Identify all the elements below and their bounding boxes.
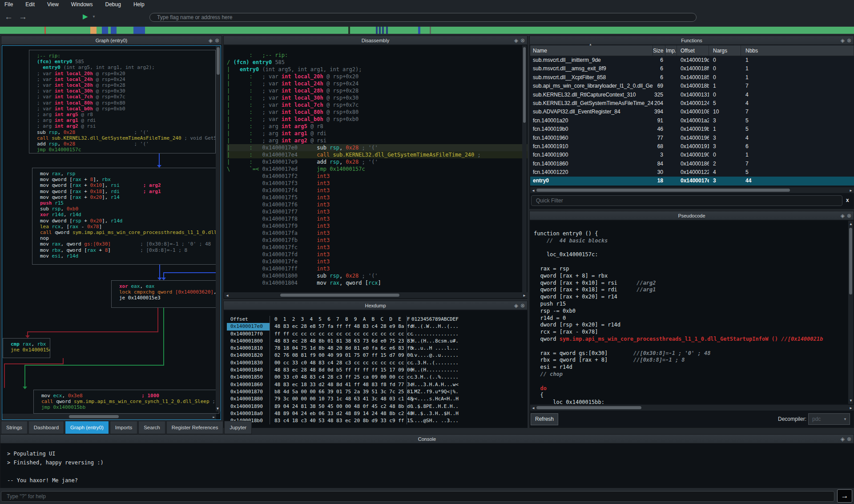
memory-map-segment[interactable] [133, 27, 145, 34]
function-row[interactable]: sub.msvcrt.dll__XcptFilter_85860x1400018… [530, 73, 854, 82]
undock-icon[interactable]: ◈ [841, 435, 845, 443]
code-line[interactable]: 0x1400017f9 int3 [227, 222, 528, 230]
hexdump-row[interactable]: 0x1400018b083 c4 18 c3 40 53 48 83 ec 20… [227, 417, 528, 424]
memory-map-segment[interactable] [379, 27, 381, 34]
code-line[interactable]: dword [rsp + 0x20] = r14d [534, 322, 849, 329]
code-line[interactable]: loc_0x1400015bb: [534, 399, 849, 404]
code-line[interactable]: rax = rsp [534, 266, 849, 273]
code-line[interactable]: qword sym.imp.api_ms_win_core_processthr… [534, 336, 849, 343]
code-line[interactable]: lock cmpxchg qword [0x140003620], rbx [119, 289, 217, 295]
code-line[interactable]: mov qword [rax + 8], rbx [40, 177, 219, 182]
graph-horizontal-scrollbar[interactable]: ► [2, 414, 216, 419]
code-line[interactable]: | : 0x1400017e0 sub rsp, 0x28 ; '(' [227, 144, 528, 151]
memory-map-bar[interactable] [0, 27, 854, 34]
close-icon[interactable]: ⊗ [520, 37, 525, 44]
code-line[interactable]: | : ; var int local_30h @ rsp+0x30 [227, 94, 528, 101]
graph-vertical-scrollbar[interactable]: ▼ [216, 46, 221, 411]
code-line[interactable]: // 44 basic blocks [534, 238, 849, 245]
menu-item-view[interactable]: View [47, 1, 59, 8]
hexdump-row[interactable]: 0x14000186048 83 ec 18 33 d2 48 8d 41 ff… [227, 381, 528, 388]
close-icon[interactable]: ⊗ [847, 435, 851, 443]
code-line[interactable]: qword [rax + 8] = rbx [534, 273, 849, 280]
code-line[interactable]: loc_0x14000157c: [534, 251, 849, 258]
graph-block[interactable]: xor eax, eaxlock cmpxchg qword [0x140003… [111, 280, 218, 308]
memory-map-segment[interactable] [382, 27, 384, 34]
disassembly-vertical-scrollbar[interactable] [522, 45, 527, 293]
code-line[interactable]: { [534, 392, 849, 399]
code-line[interactable]: | : ; arg int arg2 @ rsi [227, 137, 528, 144]
function-row[interactable]: fcn.140001220300x14000122045 [530, 168, 854, 177]
memory-map-segment[interactable] [44, 27, 46, 34]
code-line[interactable]: 0x1400017f5 int3 [227, 194, 528, 201]
pseudocode-view[interactable]: function entry0 () { // 44 basic blocks … [530, 221, 849, 404]
hexdump-panel-titlebar[interactable]: Hexdump ◈⊗ [224, 301, 527, 310]
function-row[interactable]: sub.KERNEL32.dll_RtlCaptureContext_31032… [530, 91, 854, 99]
close-icon[interactable]: ⊗ [847, 37, 851, 44]
code-line[interactable]: mov rax, rsp [40, 171, 219, 177]
memory-map-segment[interactable] [90, 27, 97, 34]
function-row[interactable]: fcn.140001860840x14000186027 [530, 160, 854, 168]
code-line[interactable]: call qword sym.imp.api_ms_win_core_proce… [40, 230, 219, 235]
hexdump-row[interactable]: 0x1400018a048 89 04 24 eb 06 33 d2 48 89… [227, 410, 528, 417]
undock-icon[interactable]: ◈ [841, 212, 845, 219]
menu-item-help[interactable]: Help [133, 1, 145, 8]
back-arrow-icon[interactable]: ← [4, 12, 13, 22]
memory-map-segment[interactable] [111, 27, 117, 34]
code-line[interactable]: mov rbx, qword [rax + 8] ; [0x8:8]=-1 ; … [40, 247, 219, 253]
function-row[interactable]: sub.msvcrt.dll__amsg_exit_8f960x1400018f… [530, 65, 854, 73]
menu-item-file[interactable]: File [4, 1, 13, 8]
hexdump-row[interactable]: 0x14000188079 3c 00 00 00 10 73 1c 48 63… [227, 395, 528, 403]
debug-play-icon[interactable]: ▶ [83, 12, 88, 20]
graph-block[interactable]: cmp rax, rbxjne 0x1400015d6 [3, 338, 50, 358]
code-line[interactable]: lea rcx, [rax - 0x78] [40, 224, 219, 230]
code-line[interactable] [534, 245, 849, 252]
code-line[interactable]: mov qword [rax + 0x18], rdi ; arg1 [40, 189, 219, 194]
code-line[interactable]: ; var int local_24h @ rsp+0x24 [37, 77, 215, 82]
tab-dashboard[interactable]: Dashboard [28, 421, 64, 434]
code-line[interactable]: | : ; var int local_24h @ rsp+0x24 [227, 80, 528, 87]
code-line[interactable]: 0x1400017fa int3 [227, 230, 528, 237]
code-line[interactable]: | : ; arg int arg5 @ r8 [227, 123, 528, 130]
code-line[interactable]: : ;-- rip: [227, 52, 528, 59]
code-line[interactable]: ; var int local_30h @ rsp+0x30 [37, 88, 215, 94]
code-line[interactable]: add rsp, 0x28 ; '(' [37, 141, 215, 147]
console-submit-button[interactable]: → [837, 489, 852, 503]
code-line[interactable]: | : ; var int local_80h @ rsp+0x80 [227, 109, 528, 116]
graph-block[interactable]: mov ecx, 0x3e8 ; 1000call qword sym.imp.… [33, 390, 219, 414]
code-line[interactable]: mov dword [rsp + 0x20], r14d [40, 218, 219, 224]
decompiler-select[interactable]: pdc ▼ [808, 413, 850, 425]
code-line[interactable]: | : ; var int local_7ch @ rsp+0x7c [227, 101, 528, 109]
code-line[interactable]: ; var int local_7ch @ rsp+0x7c [37, 94, 215, 100]
code-line[interactable]: | : 0x1400017e4 call sub.KERNEL32.dll_Ge… [227, 151, 528, 158]
hexdump-row[interactable]: 0x1400017f0ff ff cc cc cc cc cc cc cc cc… [227, 331, 528, 338]
disassembly-horizontal-scrollbar[interactable]: ◄ ► [224, 292, 528, 298]
code-line[interactable]: 0x1400017f8 int3 [227, 215, 528, 222]
memory-map-segment[interactable] [386, 27, 388, 34]
console-command-input[interactable] [1, 491, 834, 502]
functions-table-header[interactable]: Name Size Imp. Offset Nargs Nbbs [530, 45, 854, 56]
code-line[interactable]: | : 0x1400017e9 add rsp, 0x28 ; '(' [227, 158, 528, 165]
code-line[interactable]: ; var int local_20h @ rsp+0x20 [37, 71, 215, 77]
function-row[interactable]: fcn.14000190030x14000190001 [530, 151, 854, 159]
tab-imports[interactable]: Imports [110, 421, 137, 434]
code-line[interactable]: mov qword [rax + 0x20], r14 [40, 194, 219, 200]
code-line[interactable]: xor eax, eax [119, 283, 217, 289]
functions-horizontal-scrollbar[interactable]: ◄ ► [530, 187, 854, 193]
filter-clear-button[interactable]: x [846, 197, 849, 203]
code-line[interactable]: ; var int local_80h @ rsp+0x80 [37, 100, 215, 106]
code-line[interactable]: | : ; var int local_b0h @ rsp+0xb0 [227, 116, 528, 123]
hexdump-row[interactable]: 0x14000189089 04 24 81 38 50 45 00 00 48… [227, 403, 528, 410]
disassembly-view[interactable]: : ;-- rip:/ (fcn) entry0 585| entry0 (in… [224, 45, 528, 293]
code-line[interactable]: push r15 [534, 301, 849, 308]
hexdump-row[interactable]: 0x14000182002 76 08 81 f9 00 40 99 01 75… [227, 352, 528, 359]
code-line[interactable]: jmp 0x1400015bb [41, 404, 219, 410]
code-line[interactable]: ; arg int arg5 @ r8 [37, 112, 215, 117]
code-line[interactable]: 0x140001800 sub rsp, 0x28 ; '(' [227, 272, 528, 279]
code-line[interactable]: call sub.KERNEL32.dll_GetSystemTimeAsFil… [37, 135, 215, 141]
code-line[interactable]: mov qword [rax + 0x10], rsi ; arg2 [40, 182, 219, 188]
flag-address-input[interactable] [149, 13, 697, 22]
function-row[interactable]: sub.KERNEL32.dll_GetSystemTimeAsFileTime… [530, 99, 854, 108]
code-line[interactable]: qword [rax + 0x18] = rdi //arg1 [534, 286, 849, 294]
memory-map-segment[interactable] [348, 27, 350, 34]
forward-arrow-icon[interactable]: → [19, 12, 27, 22]
